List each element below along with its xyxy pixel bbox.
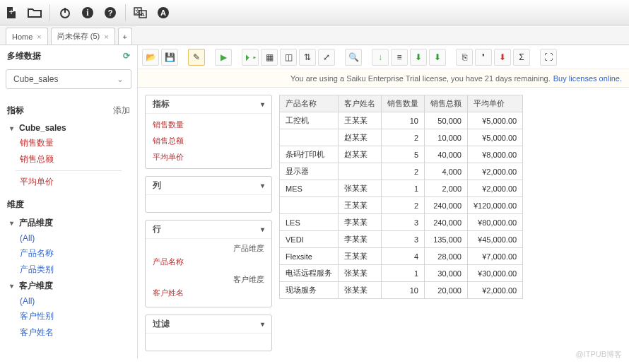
table-cell: 5 bbox=[382, 146, 425, 163]
dimensions-heading: 维度 bbox=[7, 199, 24, 211]
table-cell: 240,000 bbox=[425, 214, 468, 231]
translate-icon[interactable]: 文A bbox=[133, 5, 148, 20]
col-header[interactable]: 销售总额 bbox=[425, 95, 468, 112]
table-cell: MES bbox=[280, 180, 339, 197]
table-cell: 10 bbox=[382, 112, 425, 129]
table-cell: 2 bbox=[382, 163, 425, 180]
table-cell: 10,000 bbox=[425, 129, 468, 146]
close-icon[interactable]: × bbox=[37, 33, 41, 41]
chevron-down-icon: ⌄ bbox=[117, 74, 124, 84]
license-notice: You are using a Saiku Enterprise Trial l… bbox=[138, 69, 629, 88]
filter-panel: 过滤▾ bbox=[145, 315, 272, 351]
power-icon[interactable] bbox=[57, 5, 73, 20]
table-cell: 张某某 bbox=[339, 265, 382, 282]
metric-sales-qty[interactable]: 销售数量 bbox=[7, 135, 130, 151]
export-xls-icon[interactable]: ⬇ bbox=[410, 49, 427, 66]
table-cell bbox=[280, 129, 339, 146]
table-cell: 40,000 bbox=[425, 146, 468, 163]
metric-sales-total[interactable]: 销售总额 bbox=[7, 151, 130, 168]
table-cell: ¥2,000.00 bbox=[468, 282, 523, 299]
table-cell: ¥80,000.00 bbox=[468, 214, 523, 231]
watermark: @ITPUB博客 bbox=[575, 349, 622, 358]
table-row: 王某某2240,000¥120,000.00 bbox=[280, 197, 523, 214]
mdx-icon[interactable]: ⎘ bbox=[456, 49, 473, 66]
run-icon[interactable]: ▶ bbox=[215, 49, 232, 66]
tab-unsaved[interactable]: 尚未保存 (5)× bbox=[51, 28, 115, 45]
svg-text:+: + bbox=[8, 7, 13, 17]
info-icon[interactable]: i bbox=[80, 5, 95, 20]
table-cell: ¥2,000.00 bbox=[468, 180, 523, 197]
axis-metric[interactable]: 销售数量 bbox=[146, 117, 271, 133]
dim-customer-all[interactable]: (All) bbox=[7, 294, 130, 308]
export-csv-icon[interactable]: ⬇ bbox=[429, 49, 446, 66]
dim-product-category[interactable]: 产品类别 bbox=[7, 262, 130, 278]
dim-customer[interactable]: 客户维度 bbox=[7, 278, 130, 294]
axis-metric[interactable]: 销售总额 bbox=[146, 133, 271, 149]
open-icon[interactable]: 📂 bbox=[142, 49, 159, 66]
table-cell: 50,000 bbox=[425, 112, 468, 129]
refresh-icon[interactable]: ⟳ bbox=[123, 51, 130, 61]
dim-product[interactable]: 产品维度 bbox=[7, 215, 130, 231]
stats-icon[interactable]: Σ bbox=[513, 49, 530, 66]
dim-product-name[interactable]: 产品名称 bbox=[7, 245, 130, 262]
row-field[interactable]: 产品名称 bbox=[146, 255, 271, 273]
table-cell: 张某某 bbox=[339, 282, 382, 299]
table-cell: 2 bbox=[382, 197, 425, 214]
table-cell: 张某某 bbox=[339, 180, 382, 197]
dim-product-all[interactable]: (All) bbox=[7, 231, 130, 245]
query-toolbar: 📂 💾 ✎ ▶ ⏵▸ ▦ ◫ ⇅ ⤢ 🔍 ↓ ≡ ⬇ ⬇ ⎘ ❜ ⬇ Σ ⛶ bbox=[138, 45, 629, 69]
edit-icon[interactable]: ✎ bbox=[188, 49, 205, 66]
auto-run-icon[interactable]: ⏵▸ bbox=[242, 49, 259, 66]
dim-customer-name[interactable]: 客户姓名 bbox=[7, 324, 130, 341]
collapse-icon[interactable]: ▾ bbox=[261, 225, 264, 233]
table-cell: ¥5,000.00 bbox=[468, 112, 523, 129]
export-pdf-icon[interactable]: ⬇ bbox=[494, 49, 511, 66]
fullscreen-icon[interactable]: ⛶ bbox=[540, 49, 557, 66]
zoom-reset-icon[interactable]: ⤢ bbox=[318, 49, 335, 66]
sidebar-title: 多维数据 bbox=[7, 50, 41, 62]
drill-icon[interactable]: ↓ bbox=[372, 49, 389, 66]
hide-parents-icon[interactable]: ▦ bbox=[261, 49, 278, 66]
tab-bar: Home× 尚未保存 (5)× + bbox=[0, 25, 629, 45]
table-cell: 1 bbox=[382, 180, 425, 197]
cube-node[interactable]: Cube_sales bbox=[7, 121, 130, 135]
new-file-icon[interactable]: + bbox=[4, 5, 20, 20]
table-cell: 4 bbox=[382, 248, 425, 265]
swap-axes-icon[interactable]: ⇅ bbox=[299, 49, 316, 66]
collapse-icon[interactable]: ▾ bbox=[261, 320, 264, 328]
buy-license-link[interactable]: Buy licenses online. bbox=[553, 74, 622, 83]
table-cell: 显示器 bbox=[280, 163, 339, 180]
col-header[interactable]: 销售数量 bbox=[382, 95, 425, 112]
admin-icon[interactable]: A bbox=[155, 5, 171, 20]
zoom-icon[interactable]: 🔍 bbox=[345, 49, 362, 66]
tab-unsaved-label: 尚未保存 (5) bbox=[57, 31, 100, 42]
table-cell: 王某某 bbox=[339, 112, 382, 129]
row-field[interactable]: 客户姓名 bbox=[146, 286, 271, 304]
table-cell: VEDI bbox=[280, 231, 339, 248]
table-cell: 30,000 bbox=[425, 265, 468, 282]
tab-add-button[interactable]: + bbox=[118, 28, 132, 45]
save-icon[interactable]: 💾 bbox=[161, 49, 178, 66]
add-metric-button[interactable]: 添加 bbox=[113, 105, 130, 117]
open-folder-icon[interactable] bbox=[27, 5, 42, 20]
collapse-icon[interactable]: ▾ bbox=[261, 100, 264, 108]
collapse-icon[interactable]: ▾ bbox=[261, 182, 264, 189]
col-header[interactable]: 产品名称 bbox=[280, 95, 339, 112]
query-scenario-icon[interactable]: ≡ bbox=[391, 49, 408, 66]
non-empty-icon[interactable]: ◫ bbox=[280, 49, 297, 66]
cube-select[interactable]: Cube_sales ⌄ bbox=[6, 69, 131, 89]
col-header[interactable]: 客户姓名 bbox=[339, 95, 382, 112]
col-header[interactable]: 平均单价 bbox=[468, 95, 523, 112]
tags-icon[interactable]: ❜ bbox=[475, 49, 492, 66]
tab-home[interactable]: Home× bbox=[6, 28, 48, 45]
dim-customer-gender[interactable]: 客户性别 bbox=[7, 308, 130, 324]
table-cell bbox=[280, 197, 339, 214]
table-cell: 电话远程服务 bbox=[280, 265, 339, 282]
table-cell: 135,000 bbox=[425, 231, 468, 248]
table-cell: 王某某 bbox=[339, 248, 382, 265]
axis-metric[interactable]: 平均单价 bbox=[146, 149, 271, 165]
help-icon[interactable]: ? bbox=[102, 5, 118, 20]
metric-avg-price[interactable]: 平均单价 bbox=[7, 174, 130, 190]
table-cell: 10 bbox=[382, 282, 425, 299]
close-icon[interactable]: × bbox=[104, 33, 108, 41]
